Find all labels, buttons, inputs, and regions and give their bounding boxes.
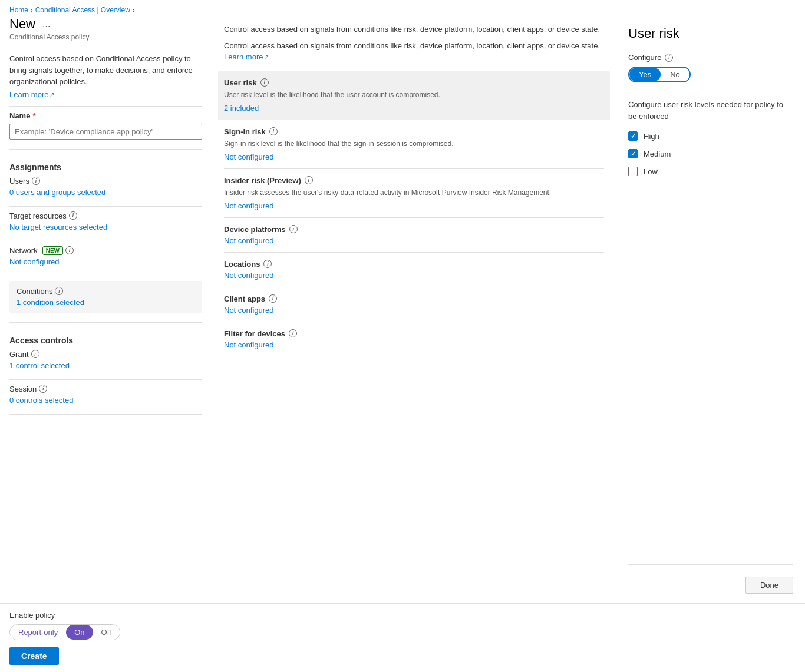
checkbox-label-high: High [644, 132, 659, 141]
risk-levels-list: ✓ High ✓ Medium Low [628, 131, 793, 184]
yes-button[interactable]: Yes [629, 68, 661, 81]
grant-link[interactable]: 1 control selected [9, 361, 70, 370]
session-label: Session [9, 385, 37, 393]
session-info-icon[interactable]: i [39, 385, 47, 393]
breadcrumb-overview[interactable]: Conditional Access | Overview [35, 6, 130, 14]
users-item: Users i 0 users and groups selected [9, 177, 202, 197]
external-link-icon: ↗ [50, 91, 54, 98]
condition-title-text: Locations [224, 260, 260, 269]
off-option[interactable]: Off [93, 625, 120, 640]
condition-info-icon-filter-devices[interactable]: i [289, 329, 297, 337]
middle-ext-icon: ↗ [264, 52, 269, 61]
condition-info-icon-locations[interactable]: i [263, 260, 272, 268]
checkbox-label-medium: Medium [644, 150, 671, 158]
network-link[interactable]: Not configured [9, 257, 60, 266]
checkbox-low[interactable] [628, 167, 638, 176]
risk-level-item-medium[interactable]: ✓ Medium [628, 149, 793, 158]
page-title-area: New ... Conditional Access policy [9, 16, 202, 46]
right-panel: User risk Configure i Yes No Configure u… [616, 16, 805, 603]
breadcrumb-home[interactable]: Home [9, 6, 28, 14]
condition-info-icon-user-risk[interactable]: i [260, 78, 269, 87]
condition-item-filter-devices[interactable]: Filter for devices i Not configured [224, 322, 604, 356]
middle-learn-more[interactable]: Learn more ↗ [224, 51, 269, 63]
grant-info-icon[interactable]: i [31, 350, 39, 358]
left-description: Control access based on Conditional Acce… [9, 53, 202, 88]
risk-level-item-high[interactable]: ✓ High [628, 131, 793, 141]
enable-policy-toggle[interactable]: Report-only On Off [9, 624, 120, 640]
middle-panel: Control access based on signals from con… [212, 16, 616, 603]
condition-status-filter-devices[interactable]: Not configured [224, 340, 604, 349]
ellipsis-button[interactable]: ... [40, 19, 52, 29]
condition-status-sign-in-risk[interactable]: Not configured [224, 153, 604, 161]
page-subtitle: Conditional Access policy [9, 33, 202, 41]
condition-status-client-apps[interactable]: Not configured [224, 306, 604, 315]
condition-item-client-apps[interactable]: Client apps i Not configured [224, 287, 604, 322]
breadcrumb: Home › Conditional Access | Overview › [0, 0, 805, 16]
condition-info-icon-client-apps[interactable]: i [269, 294, 277, 303]
checkbox-high[interactable]: ✓ [628, 131, 638, 141]
condition-title-device-platforms: Device platforms i [224, 225, 604, 234]
condition-desc-sign-in-risk: Sign-in risk level is the likelihood tha… [224, 138, 604, 149]
session-item: Session i 0 controls selected [9, 385, 202, 405]
breadcrumb-sep1: › [31, 6, 33, 14]
condition-title-text: Sign-in risk [224, 127, 266, 136]
condition-title-text: Client apps [224, 294, 265, 303]
condition-title-filter-devices: Filter for devices i [224, 329, 604, 338]
conditions-info-icon[interactable]: i [55, 287, 63, 295]
condition-desc-user-risk: User risk level is the likelihood that t… [224, 90, 604, 100]
target-resources-item: Target resources i No target resources s… [9, 211, 202, 231]
breadcrumb-sep2: › [133, 6, 135, 14]
checkbox-medium[interactable]: ✓ [628, 149, 638, 158]
configure-section: Configure i Yes No [628, 53, 793, 82]
condition-item-device-platforms[interactable]: Device platforms i Not configured [224, 218, 604, 253]
left-learn-more[interactable]: Learn more ↗ [9, 90, 202, 99]
done-button[interactable]: Done [745, 577, 793, 594]
on-option[interactable]: On [66, 625, 93, 640]
new-badge: NEW [42, 246, 63, 255]
condition-title-text: Filter for devices [224, 329, 285, 338]
condition-item-locations[interactable]: Locations i Not configured [224, 253, 604, 287]
network-info-icon[interactable]: i [65, 246, 74, 254]
left-panel: New ... Conditional Access policy Contro… [0, 16, 212, 603]
target-info-icon[interactable]: i [69, 211, 77, 220]
condition-title-text: Device platforms [224, 225, 286, 234]
condition-title-locations: Locations i [224, 260, 604, 269]
condition-item-insider-risk[interactable]: Insider risk (Preview) i Insider risk as… [224, 169, 604, 218]
condition-info-icon-device-platforms[interactable]: i [289, 225, 298, 233]
condition-item-sign-in-risk[interactable]: Sign-in risk i Sign-in risk level is the… [224, 120, 604, 169]
condition-title-insider-risk: Insider risk (Preview) i [224, 176, 604, 185]
condition-info-icon-sign-in-risk[interactable]: i [269, 127, 278, 135]
condition-title-text: User risk [224, 78, 257, 87]
condition-info-icon-insider-risk[interactable]: i [305, 176, 313, 184]
users-label: Users [9, 177, 29, 186]
required-star: * [32, 111, 35, 120]
conditions-item[interactable]: Conditions i 1 condition selected [9, 281, 202, 313]
target-link[interactable]: No target resources selected [9, 223, 107, 231]
users-info-icon[interactable]: i [32, 177, 40, 185]
name-input[interactable] [9, 124, 202, 140]
bottom-bar: Enable policy Report-only On Off Create [0, 603, 805, 672]
done-btn-area: Done [628, 564, 793, 594]
checkmark: ✓ [631, 150, 636, 158]
condition-item-user-risk[interactable]: User risk i User risk level is the likel… [218, 71, 610, 120]
page-title-text: New [9, 16, 35, 32]
yes-no-toggle[interactable]: Yes No [628, 67, 691, 82]
users-link[interactable]: 0 users and groups selected [9, 188, 105, 197]
condition-status-insider-risk[interactable]: Not configured [224, 201, 604, 210]
risk-level-item-low[interactable]: Low [628, 167, 793, 176]
report-only-option[interactable]: Report-only [10, 625, 66, 640]
condition-title-sign-in-risk: Sign-in risk i [224, 127, 604, 136]
conditions-link[interactable]: 1 condition selected [17, 298, 84, 307]
network-item: Network NEW i Not configured [9, 246, 202, 266]
condition-status-locations[interactable]: Not configured [224, 271, 604, 280]
no-button[interactable]: No [661, 68, 689, 81]
condition-status-device-platforms[interactable]: Not configured [224, 236, 604, 245]
configure-info-icon[interactable]: i [665, 54, 673, 62]
network-label: Network [9, 246, 38, 255]
enable-policy-label: Enable policy [9, 611, 796, 620]
create-button[interactable]: Create [9, 647, 59, 665]
checkbox-label-low: Low [644, 167, 658, 176]
session-link[interactable]: 0 controls selected [9, 396, 73, 405]
condition-title-text: Insider risk (Preview) [224, 176, 301, 185]
grant-item: Grant i 1 control selected [9, 350, 202, 370]
